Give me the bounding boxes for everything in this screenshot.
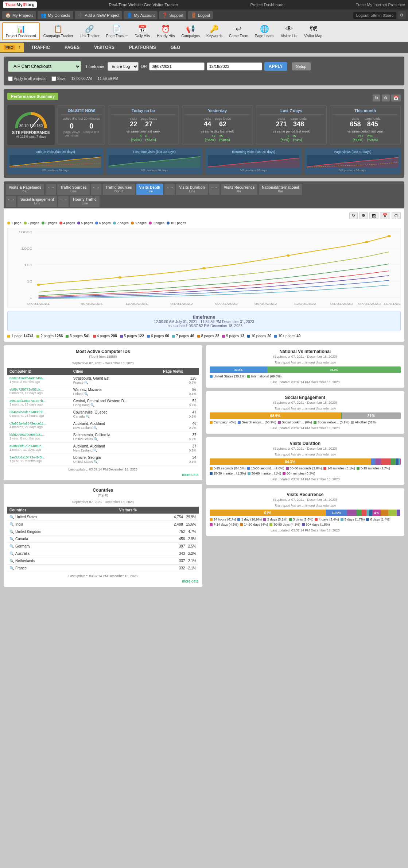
timeframe-last-updated: Last updated: 03:37:52 PM December 18, 2…	[11, 324, 397, 328]
tab-link-tracker[interactable]: 🔗 Link Tracker	[77, 23, 102, 39]
account-icon: 👤	[127, 12, 132, 18]
table-row: a5ab8f1ff176b140e8b... 1 month, 11 days …	[7, 443, 199, 454]
devices-label: unique IDs	[83, 130, 99, 134]
save-checkbox[interactable]	[51, 76, 56, 81]
chart-image[interactable]: 🖼	[369, 212, 378, 219]
tab-page-tracker[interactable]: 📄 Page Tracker	[103, 23, 131, 39]
tab-social-engagement[interactable]: Social Engagement Line	[18, 196, 57, 207]
tab-came-from[interactable]: ↩ Came From	[226, 23, 251, 39]
svg-point-19	[287, 254, 290, 257]
svg-text:30 70 100 130: 30 70 100 130	[19, 124, 43, 128]
tab-traffic-sources-line[interactable]: Traffic Sources Line	[57, 184, 89, 195]
nav-settings[interactable]: ⚙	[398, 11, 406, 19]
project-dropdown[interactable]: AiP Cart Checkouts	[8, 61, 81, 72]
vdur-bar-8	[400, 458, 401, 465]
calendar-button[interactable]: 📅	[391, 95, 401, 101]
tab-visits-depth[interactable]: Visits Depth Line	[136, 184, 163, 195]
chart-settings[interactable]: ⚙	[359, 212, 368, 219]
vrec-bar-7	[369, 510, 372, 516]
on-site-title: ON-SITE NOW	[61, 108, 102, 115]
tab-arrow5[interactable]: ←→	[6, 196, 16, 207]
link-icon: 🔗	[85, 24, 94, 33]
dl-3pages-sq	[66, 335, 69, 338]
performance-summary: Performance Summary ↻ ⚙ 📅 30 70 100 130 …	[4, 89, 404, 178]
tab-arrow4[interactable]: ←→	[209, 184, 219, 195]
subnav-pages[interactable]: PAGES	[57, 42, 87, 53]
last7-title: Last 7 days	[259, 108, 324, 115]
vrec-bar-4	[357, 510, 362, 516]
daily-hits-icon: 📅	[138, 24, 147, 33]
legend-search: Search engin... (68.9%)	[238, 420, 276, 424]
date-to-input[interactable]	[207, 62, 262, 70]
col-country: Countries	[7, 507, 117, 514]
subnav-geo[interactable]: GEO	[163, 42, 188, 53]
social-sub: (September 07, 2021 - December 18, 2023)	[210, 401, 401, 404]
yesterday-title: Yesterday	[185, 108, 250, 115]
table-row: 🔍France 332 2.1%	[7, 565, 199, 572]
countries-table: Countries Visitors % 🔍United States 4,75…	[7, 507, 199, 572]
nav-logout[interactable]: 🚪 Logout	[188, 11, 213, 19]
subnav-platforms[interactable]: PLATFORMS	[122, 42, 163, 53]
legend-8pages-dot	[131, 222, 134, 224]
table-row: 🔍India 2,488 15.6%	[7, 521, 199, 528]
chart-calendar[interactable]: 📅	[380, 212, 390, 219]
dl-1page-sq	[7, 335, 10, 338]
tab-campaign-tracker[interactable]: 📋 Campaign Tracker	[40, 23, 76, 39]
setup-button[interactable]: Setup	[292, 62, 311, 70]
apply-button[interactable]: APPLY	[264, 62, 287, 71]
contacts-icon: 👥	[40, 12, 46, 18]
nav-support[interactable]: ❓ Support	[159, 11, 186, 19]
apply-all-checkbox[interactable]	[8, 76, 13, 81]
tab-arrow3[interactable]: ←→	[164, 184, 175, 195]
legend-6pages-dot	[95, 222, 98, 224]
legend-5pages-dot	[77, 222, 80, 224]
subnav-traffic[interactable]: TRAFFIC	[24, 42, 57, 53]
tab-traffic-sources-donut[interactable]: Traffic Sources Donut	[103, 184, 135, 195]
tab-visitor-map[interactable]: 🗺 Visitor Map	[301, 23, 325, 39]
dl-1page: 1 page 14741	[7, 334, 34, 338]
tab-hourly-traffic[interactable]: Hourly Traffic Line	[70, 196, 99, 207]
tab-visits-pageloads[interactable]: Visits & Pageloads Bar	[6, 184, 44, 195]
countries-more[interactable]: more data	[7, 579, 199, 583]
svg-point-21	[388, 235, 391, 237]
tab-keywords[interactable]: 🔑 Keywords	[203, 23, 225, 39]
pro-question[interactable]: ?	[19, 46, 20, 49]
apply-all-check[interactable]: Apply to all projects	[8, 76, 46, 81]
nav-my-contacts[interactable]: 👥 My Contacts	[38, 11, 73, 19]
tab-daily-hits[interactable]: 📅 Daily Hits	[131, 23, 153, 39]
chart-clock[interactable]: ⏱	[392, 212, 401, 219]
vdur-bar-5	[391, 458, 396, 465]
projects-icon: 🏠	[5, 12, 11, 18]
nav-my-projects[interactable]: 🏠 My Projects	[2, 11, 36, 19]
national-intl-title: National Vs International	[210, 349, 401, 354]
tab-page-loads[interactable]: 🌐 Page Loads	[252, 23, 277, 39]
tab-arrow2[interactable]: ←→	[91, 184, 101, 195]
dl-8pages: 8 pages 22	[197, 334, 219, 338]
computer-ids-table: Computer ID Cities Page Views 83dc64168f…	[7, 368, 199, 465]
settings-button[interactable]: ⚙	[382, 95, 390, 101]
computer-ids-more[interactable]: more data	[7, 473, 199, 477]
tab-project-dashboard[interactable]: 📊 Project Dashboard	[2, 22, 40, 40]
tab-campaigns[interactable]: 📢 Campaigns	[178, 23, 203, 39]
tab-visits-recurrence[interactable]: Visits Recurrence Pie	[221, 184, 257, 195]
timeframe-select[interactable]: Entire Log	[108, 62, 139, 71]
perf-title: Performance Summary	[7, 93, 58, 100]
nav-my-account[interactable]: 👤 My Account	[124, 11, 158, 19]
other-sq	[351, 421, 354, 424]
tab-visitor-list[interactable]: 👁 Visitor List	[278, 23, 300, 39]
mini-chart-unique-area	[9, 155, 101, 168]
refresh-button[interactable]: ↻	[373, 95, 380, 101]
subnav-visitors[interactable]: VISITORS	[87, 42, 122, 53]
tab-national-intl[interactable]: National/International Bar	[259, 184, 302, 195]
visits-duration-panel: Visits Duration (September 07, 2021 - De…	[206, 437, 405, 485]
date-from-input[interactable]	[149, 62, 205, 70]
svg-text:07/01/2023: 07/01/2023	[358, 302, 381, 305]
save-check[interactable]: Save	[51, 76, 66, 81]
chart-refresh[interactable]: ↻	[349, 212, 358, 219]
tab-arrow1[interactable]: ←→	[46, 184, 56, 195]
svg-point-18	[202, 267, 206, 269]
nav-add-project[interactable]: ➕ Add a NEW Project	[75, 11, 123, 19]
tab-hourly-hits[interactable]: ⏰ Hourly Hits	[154, 23, 178, 39]
tab-visits-duration[interactable]: Visits Duration Line	[176, 184, 207, 195]
tab-arrow6[interactable]: ←→	[58, 196, 69, 207]
